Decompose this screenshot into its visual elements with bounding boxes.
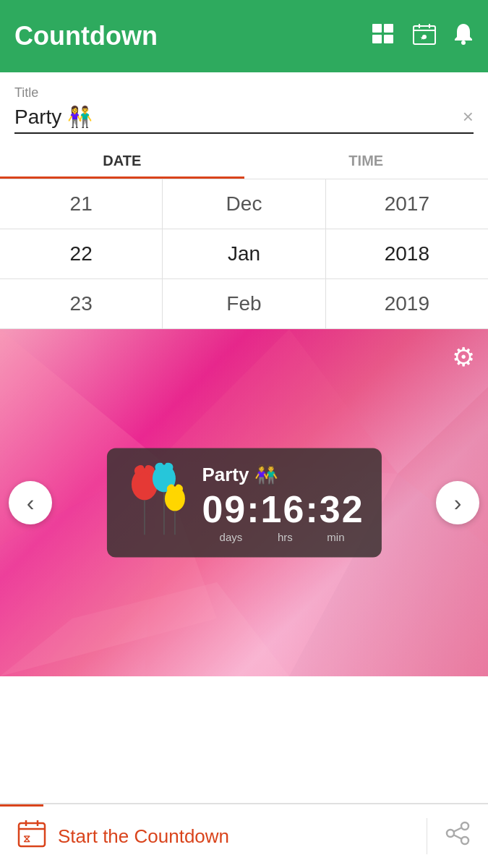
countdown-time-labels: days hrs min <box>202 530 361 542</box>
app-header: Countdown ★ <box>0 0 488 72</box>
svg-point-29 <box>461 822 468 830</box>
days-label: days <box>202 530 260 542</box>
svg-text:★: ★ <box>420 35 425 41</box>
date-row-1[interactable]: 21 Dec 2017 <box>0 179 488 229</box>
countdown-card-title: Party 👫 <box>202 463 277 485</box>
year-1: 2017 <box>326 179 488 229</box>
svg-point-30 <box>447 830 454 837</box>
svg-point-10 <box>461 41 466 45</box>
bell-icon[interactable] <box>453 22 474 51</box>
year-3: 2019 <box>326 279 488 328</box>
month-3: Feb <box>163 279 325 328</box>
day-1: 21 <box>0 179 163 229</box>
preview-section: ⚙ ‹ <box>0 329 488 676</box>
title-input[interactable] <box>14 105 463 128</box>
date-row-2[interactable]: 22 Jan 2018 <box>0 229 488 279</box>
min-label: min <box>310 530 361 542</box>
hrs-label: hrs <box>260 530 310 542</box>
day-2: 22 <box>0 229 163 278</box>
app-title: Countdown <box>14 21 372 51</box>
svg-line-32 <box>454 828 461 832</box>
countdown-card: Party 👫 09:16:32 days hrs min <box>106 448 381 558</box>
share-icon <box>445 825 471 851</box>
month-1: Dec <box>163 179 325 229</box>
month-2: Jan <box>163 229 325 278</box>
clear-icon[interactable]: × <box>463 106 474 128</box>
calendar-icon[interactable]: ★ <box>413 23 436 50</box>
tab-time[interactable]: TIME <box>244 141 489 179</box>
chevron-left-icon: ‹ <box>27 490 35 516</box>
title-label: Title <box>14 85 474 101</box>
grid-icon[interactable] <box>372 24 395 49</box>
svg-rect-1 <box>384 24 393 33</box>
svg-rect-3 <box>384 35 393 43</box>
start-label: Start the Countdown <box>58 825 229 848</box>
countdown-info: Party 👫 09:16:32 days hrs min <box>202 463 364 542</box>
countdown-time-display: 09:16:32 <box>202 490 364 527</box>
start-countdown-button[interactable]: ⧖ Start the Countdown <box>0 819 427 854</box>
svg-rect-2 <box>372 35 382 43</box>
bottom-bar: ⧖ Start the Countdown <box>0 803 488 868</box>
tab-date[interactable]: DATE <box>0 141 244 179</box>
balloon-emoji <box>124 463 189 543</box>
start-calendar-icon: ⧖ <box>17 819 46 854</box>
tab-bar: DATE TIME <box>0 141 488 179</box>
title-section: Title × <box>0 72 488 134</box>
share-button[interactable] <box>427 820 488 852</box>
nav-prev-button[interactable]: ‹ <box>9 481 52 524</box>
title-input-row: × <box>14 105 474 134</box>
day-3: 23 <box>0 279 163 328</box>
gear-icon[interactable]: ⚙ <box>452 342 475 373</box>
chevron-right-icon: › <box>454 490 462 516</box>
svg-text:⧖: ⧖ <box>23 833 30 844</box>
svg-rect-0 <box>372 24 382 33</box>
date-row-3[interactable]: 23 Feb 2019 <box>0 279 488 329</box>
header-icons: ★ <box>372 22 474 51</box>
date-picker: 21 Dec 2017 22 Jan 2018 23 Feb 2019 <box>0 179 488 329</box>
year-2: 2018 <box>326 229 488 278</box>
nav-next-button[interactable]: › <box>436 481 479 524</box>
svg-point-31 <box>461 837 468 844</box>
svg-line-33 <box>454 835 461 839</box>
